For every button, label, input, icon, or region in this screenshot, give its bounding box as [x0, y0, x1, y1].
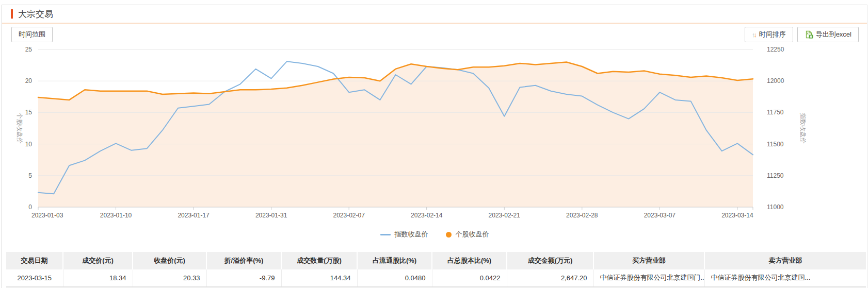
x-axis-tick-label: 2023-01-10: [100, 212, 132, 219]
table-cell: 144.34: [281, 269, 357, 286]
x-axis-tick-label: 2023-02-21: [489, 212, 521, 219]
block-trade-table: 交易日期成交价(元)收盘价(元)折/溢价率(%)成交数量(万股)占流通股比(%)…: [6, 252, 866, 287]
table-cell: 2,647.20: [507, 269, 593, 286]
time-sort-label: 时间排序: [759, 30, 786, 39]
column-header-9: 卖方营业部: [704, 252, 866, 269]
export-excel-label: 导出到excel: [816, 30, 851, 39]
y-axis-left-tick-label: 20: [25, 77, 33, 84]
column-header-7: 成交金额(万元): [507, 252, 593, 269]
column-header-3: 折/溢价率(%): [206, 252, 281, 269]
table-cell: 中信证券股份有限公司北京建国门...: [593, 269, 704, 286]
y-axis-right-tick-label: 11750: [767, 109, 784, 116]
y-axis-right-tick-label: 12250: [767, 46, 784, 53]
table-cell: 0.0422: [432, 269, 507, 286]
left-axis-title: 个股收盘价: [16, 112, 23, 144]
y-axis-right-tick-label: 11500: [767, 141, 784, 148]
x-axis-tick-label: 2023-02-28: [566, 212, 598, 219]
time-range-label: 时间范围: [19, 30, 45, 39]
table-cell: -9.79: [206, 269, 281, 286]
table-cell: 0.0480: [357, 269, 432, 286]
x-axis-tick-label: 2023-02-07: [333, 212, 365, 219]
export-excel-button[interactable]: 导出到excel: [797, 27, 859, 42]
x-axis-tick-label: 2023-01-03: [31, 212, 63, 219]
time-sort-button[interactable]: ↑↓ 时间排序: [745, 27, 793, 42]
column-header-4: 成交数量(万股): [281, 252, 357, 269]
x-axis-tick-label: 2023-02-14: [411, 212, 443, 219]
table-cell: 18.34: [63, 269, 133, 286]
sort-arrows-icon: ↑↓: [752, 31, 756, 39]
x-axis-tick-label: 2023-03-14: [721, 212, 753, 219]
column-header-1: 成交价(元): [63, 252, 133, 269]
y-axis-left-tick-label: 0: [28, 204, 32, 211]
block-trade-panel: 大宗交易 时间范围 ↑↓ 时间排序 导: [2, 5, 867, 288]
panel-header: 大宗交易: [2, 5, 867, 23]
table-cell: 20.33: [133, 269, 206, 286]
column-header-0: 交易日期: [6, 252, 63, 269]
price-chart[interactable]: 指数收盘价个股收盘价 01100051125010115001511750201…: [2, 45, 867, 239]
title-accent-bar: [11, 9, 13, 19]
y-axis-right-tick-label: 12000: [767, 77, 784, 84]
column-header-5: 占流通股比(%): [357, 252, 432, 269]
page-title: 大宗交易: [18, 8, 53, 20]
x-axis-tick-label: 2023-03-07: [644, 212, 676, 219]
table-row[interactable]: 2023-03-1518.3420.33-9.79144.340.04800.0…: [6, 269, 866, 286]
y-axis-right-tick-label: 11250: [767, 172, 784, 179]
column-header-2: 收盘价(元): [133, 252, 206, 269]
right-axis-title: 指数收盘价: [799, 112, 807, 144]
y-axis-left-tick-label: 5: [28, 172, 32, 179]
time-range-button[interactable]: 时间范围: [11, 27, 53, 42]
table-header-row: 交易日期成交价(元)收盘价(元)折/溢价率(%)成交数量(万股)占流通股比(%)…: [6, 252, 866, 269]
y-axis-left-tick-label: 15: [25, 109, 33, 116]
toolbar: 时间范围 ↑↓ 时间排序 导出到excel: [2, 24, 867, 45]
table-cell: 2023-03-15: [6, 269, 63, 286]
toolbar-right-group: ↑↓ 时间排序 导出到excel: [745, 27, 859, 42]
y-axis-right-tick-label: 11000: [767, 204, 784, 211]
column-header-6: 占总股本比(%): [432, 252, 507, 269]
y-axis-left-tick-label: 25: [25, 46, 33, 53]
x-axis-tick-label: 2023-01-31: [255, 212, 287, 219]
excel-icon: [805, 30, 813, 39]
x-axis-tick-label: 2023-01-17: [178, 212, 210, 219]
table-cell: 中信证券股份有限公司北京建国...: [704, 269, 866, 286]
column-header-8: 买方营业部: [593, 252, 704, 269]
stock-area-fill: [38, 62, 753, 208]
chart-canvas[interactable]: 0110005112501011500151175020120002512250…: [2, 45, 867, 239]
y-axis-left-tick-label: 10: [25, 141, 33, 148]
